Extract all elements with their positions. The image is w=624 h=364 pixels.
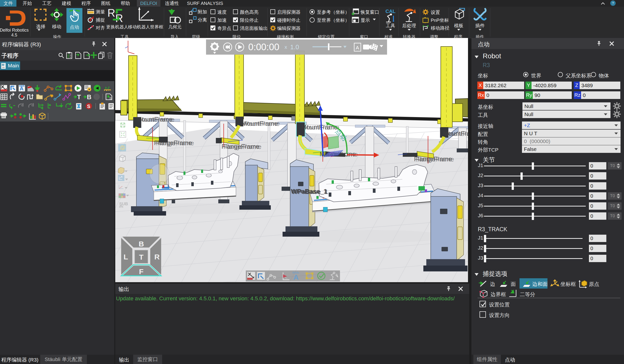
svg-text:MountFrame: MountFrame — [445, 130, 468, 137]
svg-text:FlangeFrame: FlangeFrame — [416, 156, 454, 163]
svg-text:WPaBase_1: WPaBase_1 — [292, 188, 328, 195]
svg-text:S: S — [109, 96, 112, 100]
svg-text:B: B — [139, 240, 144, 248]
svg-text:MountFrame: MountFrame — [138, 116, 174, 123]
svg-text:B: B — [87, 93, 91, 101]
svg-text:A: A — [20, 86, 24, 91]
svg-text:L: L — [124, 253, 128, 261]
svg-text:M: M — [2, 63, 4, 67]
svg-text:A: A — [293, 273, 299, 281]
svg-text:FlangeFrame: FlangeFrame — [156, 139, 194, 147]
svg-text:T: T — [77, 93, 81, 101]
svg-text:MountFrame: MountFrame — [244, 120, 280, 127]
svg-text:A: A — [356, 45, 359, 50]
svg-text:1.0: 1.0 — [290, 43, 299, 51]
svg-text:T: T — [139, 253, 143, 261]
svg-text:R: R — [154, 253, 160, 261]
svg-text:FlangeFrame: FlangeFrame — [223, 143, 261, 150]
svg-text:S: S — [87, 104, 90, 109]
svg-text:x: x — [285, 44, 287, 50]
svg-text:0:00:00: 0:00:00 — [248, 42, 279, 52]
svg-text:F: F — [139, 268, 143, 275]
svg-text:R: R — [107, 7, 115, 19]
